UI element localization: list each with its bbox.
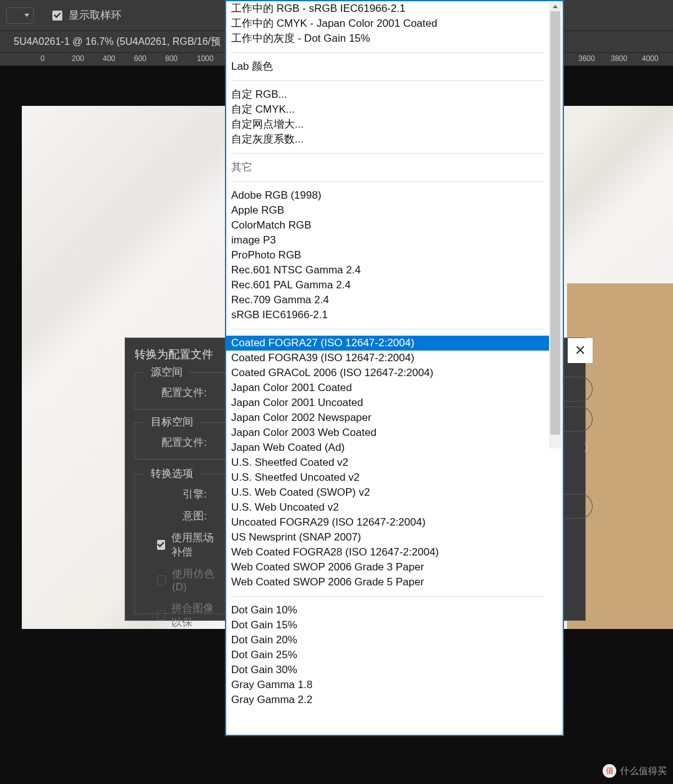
close-icon: ✕ [575, 342, 586, 359]
ruler-tick: 4000 [642, 54, 659, 63]
dropdown-scrollbar[interactable] [549, 2, 561, 448]
dropdown-separator [231, 181, 544, 182]
dropdown-item[interactable]: Rec.709 Gamma 2.4 [226, 293, 549, 308]
dropdown-item[interactable]: Coated GRACoL 2006 (ISO 12647-2:2004) [226, 366, 549, 380]
blackpoint-label: 使用黑场补偿 [171, 531, 221, 559]
flatten-label: 拼合图像以保 [171, 601, 221, 630]
dropdown-item[interactable]: Dot Gain 25% [226, 648, 549, 663]
dropdown-item[interactable]: Rec.601 NTSC Gamma 2.4 [226, 263, 549, 278]
dropdown-item[interactable]: Coated FOGRA27 (ISO 12647-2:2004) [226, 336, 549, 351]
dropdown-item[interactable]: 工作中的 RGB - sRGB IEC61966-2.1 [226, 1, 549, 16]
dropdown-item[interactable]: US Newsprint (SNAP 2007) [226, 530, 549, 545]
ruler-tick: 3600 [578, 54, 595, 63]
ruler-tick: 200 [72, 54, 84, 63]
engine-label: 引擎: [148, 487, 207, 501]
dropdown-separator [231, 52, 544, 53]
profile-label: 配置文件: [148, 385, 207, 400]
dropdown-item[interactable]: image P3 [226, 233, 549, 248]
watermark-text: 什么值得买 [620, 765, 667, 777]
dropdown-separator [231, 153, 544, 154]
dropdown-item[interactable]: Dot Gain 10% [226, 603, 549, 618]
dropdown-separator [231, 329, 544, 329]
show-sample-ring-label: 显示取样环 [69, 8, 122, 22]
dropdown-item[interactable]: Japan Color 2002 Newspaper [226, 410, 549, 425]
flatten-checkbox [157, 610, 165, 620]
dropdown-item[interactable]: Uncoated FOGRA29 (ISO 12647-2:2004) [226, 515, 549, 530]
dropdown-item[interactable]: 自定灰度系数... [226, 132, 549, 147]
close-button[interactable]: ✕ [568, 338, 593, 363]
dialog-button-2[interactable] [561, 407, 593, 432]
target-space-label: 目标空间 [145, 415, 199, 429]
dialog-title: 转换为配置文件 [135, 347, 213, 362]
dropdown-item[interactable]: Adobe RGB (1998) [226, 188, 549, 203]
dropdown-item[interactable]: U.S. Web Uncoated v2 [226, 500, 549, 515]
dialog-button-1[interactable] [561, 377, 593, 402]
dropdown-item[interactable]: 工作中的 CMYK - Japan Color 2001 Coated [226, 16, 549, 31]
dropdown-item[interactable]: Gray Gamma 1.8 [226, 678, 549, 692]
dropdown-item[interactable]: Japan Color 2001 Uncoated [226, 395, 549, 410]
dropdown-item[interactable]: U.S. Sheetfed Coated v2 [226, 455, 549, 470]
dither-label: 使用仿色(D) [172, 567, 221, 593]
watermark-icon: 值 [603, 764, 616, 778]
dialog-button-3[interactable] [561, 494, 593, 519]
dropdown-item[interactable]: sRGB IEC61966-2.1 [226, 308, 549, 323]
dropdown-item[interactable]: Gray Gamma 2.2 [226, 692, 549, 707]
dropdown-item[interactable]: Japan Color 2001 Coated [226, 380, 549, 395]
dropdown-item[interactable]: 自定网点增大... [226, 117, 549, 132]
dropdown-item[interactable]: Dot Gain 30% [226, 663, 549, 678]
engine-suffix: ) [585, 441, 588, 453]
ruler-tick: 400 [103, 54, 115, 63]
intent-label: 意图: [148, 509, 207, 523]
dropdown-item[interactable]: ColorMatch RGB [226, 218, 549, 233]
dropdown-item[interactable]: Coated FOGRA39 (ISO 12647-2:2004) [226, 351, 549, 366]
ruler-tick: 1000 [197, 54, 214, 63]
dropdown-header: 其它 [226, 160, 549, 175]
ruler-tick: 0 [41, 54, 45, 63]
watermark: 值 什么值得买 [603, 764, 667, 778]
dropdown-item[interactable]: Dot Gain 15% [226, 618, 549, 633]
dropdown-item[interactable]: Dot Gain 20% [226, 633, 549, 648]
dropdown-item[interactable]: Lab 颜色 [226, 59, 549, 74]
dropdown-item[interactable]: U.S. Sheetfed Uncoated v2 [226, 470, 549, 485]
dropdown-item[interactable]: U.S. Web Coated (SWOP) v2 [226, 485, 549, 500]
dropdown-item[interactable]: Rec.601 PAL Gamma 2.4 [226, 278, 549, 293]
document-tab[interactable]: 5U4A0261-1 @ 16.7% (5U4A0261, RGB/16/预 [14, 32, 221, 52]
dropdown-item[interactable]: ProPhoto RGB [226, 248, 549, 263]
ruler-tick: 600 [134, 54, 146, 63]
dropdown-item[interactable]: Apple RGB [226, 203, 549, 218]
dropdown-separator [231, 80, 544, 81]
dropdown-item[interactable]: 自定 RGB... [226, 87, 549, 102]
blackpoint-checkbox[interactable] [157, 540, 165, 550]
profile-dropdown[interactable]: 工作中的 RGB - sRGB IEC61966-2.1工作中的 CMYK - … [225, 0, 564, 736]
show-sample-ring-checkbox[interactable] [52, 11, 62, 21]
dropdown-item[interactable]: Web Coated FOGRA28 (ISO 12647-2:2004) [226, 545, 549, 560]
dropdown-separator [231, 596, 544, 597]
dropdown-item[interactable]: Japan Color 2003 Web Coated [226, 425, 549, 440]
ruler-tick: 800 [165, 54, 178, 63]
profile-label-2: 配置文件: [148, 435, 207, 450]
dropdown-item[interactable]: Web Coated SWOP 2006 Grade 3 Paper [226, 560, 549, 575]
dropdown-item[interactable]: 工作中的灰度 - Dot Gain 15% [226, 31, 549, 46]
source-space-label: 源空间 [145, 365, 189, 379]
toolbar-dropdown[interactable] [6, 7, 34, 24]
scrollbar-thumb[interactable] [550, 11, 560, 435]
dither-checkbox [157, 575, 166, 585]
dropdown-item[interactable]: Web Coated SWOP 2006 Grade 5 Paper [226, 575, 549, 590]
dropdown-item[interactable]: 自定 CMYK... [226, 102, 549, 117]
convert-options-label: 转换选项 [145, 466, 199, 481]
dropdown-item[interactable]: Japan Web Coated (Ad) [226, 440, 549, 455]
ruler-tick: 3800 [611, 54, 628, 63]
